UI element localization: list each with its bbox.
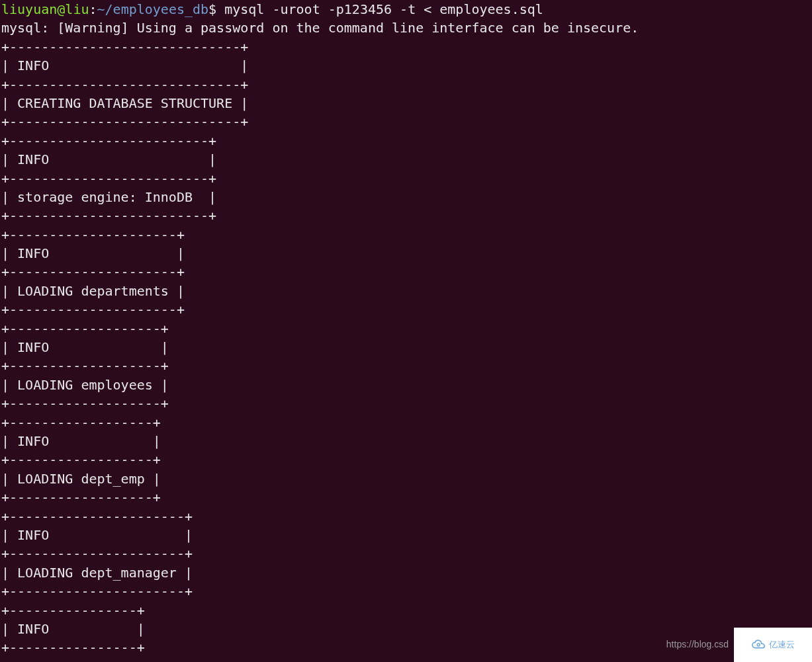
table-border: +----------------+ bbox=[1, 640, 145, 655]
table-border: +-------------------+ bbox=[1, 358, 169, 374]
table-border: +-----------------------------+ bbox=[1, 77, 248, 93]
table-row: | LOADING employees | bbox=[1, 377, 169, 393]
table-border: +----------------------+ bbox=[1, 509, 193, 524]
table-header: | INFO | bbox=[1, 245, 185, 261]
table-border: +----------------+ bbox=[1, 602, 145, 618]
prompt-colon: : bbox=[89, 1, 97, 17]
table-header: | INFO | bbox=[1, 58, 248, 73]
table-border: +------------------+ bbox=[1, 489, 161, 505]
table-header: | INFO | bbox=[1, 621, 145, 637]
terminal-output[interactable]: liuyuan@liu:~/employees_db$ mysql -uroot… bbox=[0, 0, 812, 657]
table-border: +------------------+ bbox=[1, 415, 161, 431]
prompt-path: ~/employees_db bbox=[97, 1, 209, 17]
table-row: | LOADING dept_manager | bbox=[1, 565, 193, 581]
table-border: +---------------------+ bbox=[1, 264, 185, 280]
warning-line: mysql: [Warning] Using a password on the… bbox=[1, 20, 639, 36]
table-border: +-------------------+ bbox=[1, 395, 169, 411]
prompt-at: @ bbox=[57, 1, 65, 17]
watermark-logo: 亿速云 bbox=[734, 628, 812, 662]
table-border: +----------------------+ bbox=[1, 546, 193, 561]
prompt-dollar: $ bbox=[208, 1, 216, 17]
table-border: +-------------------------+ bbox=[1, 133, 216, 149]
table-border: +-------------------------+ bbox=[1, 208, 216, 224]
table-row: | CREATING DATABASE STRUCTURE | bbox=[1, 95, 248, 111]
prompt-user: liuyuan bbox=[1, 1, 57, 17]
command-text: mysql -uroot -p123456 -t < employees.sql bbox=[216, 1, 543, 17]
table-border: +---------------------+ bbox=[1, 302, 185, 317]
table-row: | LOADING dept_emp | bbox=[1, 471, 161, 487]
cloud-icon bbox=[752, 640, 766, 650]
table-header: | INFO | bbox=[1, 527, 193, 543]
table-header: | INFO | bbox=[1, 151, 216, 167]
table-border: +-----------------------------+ bbox=[1, 114, 248, 130]
table-header: | INFO | bbox=[1, 339, 169, 355]
table-border: +-------------------------+ bbox=[1, 171, 216, 186]
table-header: | INFO | bbox=[1, 433, 161, 449]
table-row: | LOADING departments | bbox=[1, 283, 185, 299]
watermark-url: https://blog.csd bbox=[666, 638, 729, 651]
table-border: +-----------------------------+ bbox=[1, 39, 248, 55]
svg-point-0 bbox=[757, 643, 760, 646]
table-row: | storage engine: InnoDB | bbox=[1, 189, 216, 205]
table-border: +------------------+ bbox=[1, 452, 161, 468]
table-border: +----------------------+ bbox=[1, 583, 193, 599]
table-border: +---------------------+ bbox=[1, 227, 185, 243]
prompt-host: liu bbox=[65, 1, 89, 17]
table-border: +-------------------+ bbox=[1, 321, 169, 337]
prompt-line: liuyuan@liu:~/employees_db$ mysql -uroot… bbox=[1, 1, 543, 17]
watermark-logo-text: 亿速云 bbox=[769, 639, 795, 651]
